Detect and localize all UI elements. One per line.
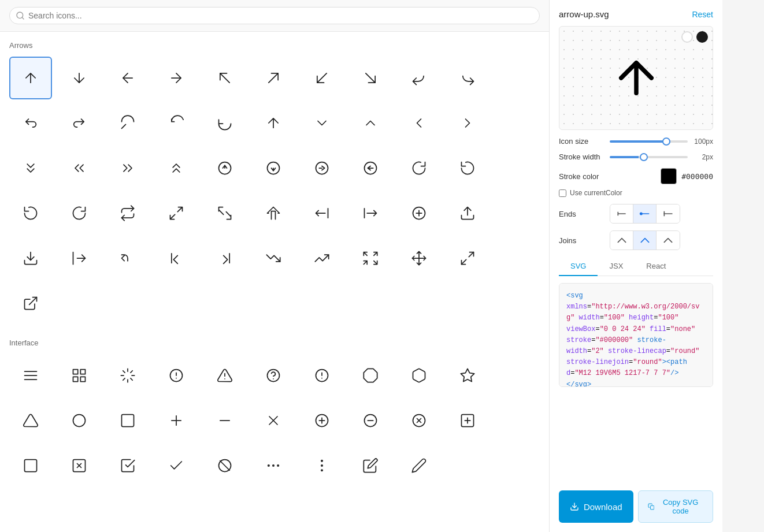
interface-icon-27[interactable] <box>349 444 392 487</box>
arrow-icon-40[interactable] <box>9 237 52 280</box>
arrow-icon-5[interactable] <box>252 57 295 99</box>
arrow-icon-2[interactable] <box>106 57 149 99</box>
interface-icon-6[interactable] <box>301 354 343 397</box>
arrow-icon-0[interactable] <box>9 57 52 99</box>
arrow-icon-23[interactable] <box>155 147 198 189</box>
interface-icon-22[interactable] <box>106 444 149 487</box>
interface-icon-1[interactable] <box>58 354 101 397</box>
arrow-icon-27[interactable] <box>349 147 392 189</box>
arrow-icon-43[interactable] <box>155 237 198 280</box>
interface-icon-9[interactable] <box>446 354 489 397</box>
interface-icon-5[interactable] <box>252 354 295 397</box>
arrow-icon-31[interactable] <box>58 192 101 235</box>
arrow-icon-7[interactable] <box>349 57 392 99</box>
interface-icon-7[interactable] <box>349 354 392 397</box>
arrow-icon-22[interactable] <box>106 147 149 189</box>
interface-icon-15[interactable] <box>252 399 295 442</box>
interface-icon-16[interactable] <box>301 399 343 442</box>
arrow-icon-29[interactable] <box>446 147 489 189</box>
joins-round-button[interactable] <box>633 231 657 250</box>
joins-bevel-button[interactable] <box>657 231 680 250</box>
interface-icon-3[interactable] <box>155 354 198 397</box>
arrow-icon-49[interactable] <box>446 237 489 280</box>
ends-square-button[interactable] <box>657 204 680 223</box>
arrow-icon-42[interactable] <box>106 237 149 280</box>
arrow-icon-24[interactable] <box>203 147 246 189</box>
arrow-icon-45[interactable] <box>252 237 295 280</box>
arrow-icon-38[interactable] <box>398 192 440 235</box>
arrow-icon-1[interactable] <box>58 57 101 99</box>
arrow-icon-13[interactable] <box>155 102 198 144</box>
arrow-icon-10[interactable] <box>9 102 52 144</box>
arrow-icon-19[interactable] <box>446 102 489 144</box>
arrow-icon-33[interactable] <box>155 192 198 235</box>
svg-point-33 <box>73 415 86 427</box>
tab-svg[interactable]: SVG <box>559 257 598 276</box>
icon-size-slider[interactable] <box>610 140 688 143</box>
ends-round-button[interactable] <box>633 204 657 223</box>
interface-icon-19[interactable] <box>446 399 489 442</box>
stroke-width-slider[interactable] <box>610 156 688 158</box>
interface-icon-2[interactable] <box>106 354 149 397</box>
arrow-icon-36[interactable] <box>301 192 343 235</box>
interface-icon-18[interactable] <box>398 399 440 442</box>
arrow-icon-47[interactable] <box>349 237 392 280</box>
interface-icon-8[interactable] <box>398 354 440 397</box>
arrow-icon-6[interactable] <box>301 57 343 99</box>
arrow-icon-25[interactable] <box>252 147 295 189</box>
interface-icon-25[interactable] <box>252 444 295 487</box>
interface-icon-14[interactable] <box>203 399 246 442</box>
interface-icon-12[interactable] <box>106 399 149 442</box>
arrow-icon-35[interactable] <box>252 192 295 235</box>
arrow-icon-11[interactable] <box>58 102 101 144</box>
arrow-icon-28[interactable] <box>398 147 440 189</box>
ends-butt-button[interactable] <box>610 204 633 223</box>
interface-icon-21[interactable] <box>58 444 101 487</box>
interface-icon-0[interactable] <box>9 354 52 397</box>
arrow-icon-50[interactable] <box>9 282 52 325</box>
arrow-icon-4[interactable] <box>203 57 246 99</box>
arrow-icon-21[interactable] <box>58 147 101 189</box>
tab-react[interactable]: React <box>635 257 677 276</box>
joins-miter-button[interactable] <box>610 231 633 250</box>
tab-jsx[interactable]: JSX <box>598 257 635 276</box>
interface-icon-11[interactable] <box>58 399 101 442</box>
arrow-icon-14[interactable] <box>203 102 246 144</box>
arrow-icon-26[interactable] <box>301 147 343 189</box>
interface-icon-28[interactable] <box>398 444 440 487</box>
arrow-icon-12[interactable] <box>106 102 149 144</box>
arrow-icon-34[interactable] <box>203 192 246 235</box>
arrow-icon-16[interactable] <box>301 102 343 144</box>
copy-svg-button[interactable]: Copy SVG code <box>638 490 714 523</box>
interface-icon-10[interactable] <box>9 399 52 442</box>
arrow-icon-39[interactable] <box>446 192 489 235</box>
arrow-icon-17[interactable] <box>349 102 392 144</box>
interface-icon-4[interactable] <box>203 354 246 397</box>
interface-icon-20[interactable] <box>9 444 52 487</box>
arrow-icon-46[interactable] <box>301 237 343 280</box>
interface-icon-17[interactable] <box>349 399 392 442</box>
dark-bg-button[interactable] <box>696 31 708 43</box>
use-current-color-checkbox[interactable] <box>559 189 566 197</box>
arrow-icon-44[interactable] <box>203 237 246 280</box>
arrow-icon-8[interactable] <box>398 57 440 99</box>
search-input[interactable] <box>9 7 540 24</box>
arrow-icon-48[interactable] <box>398 237 440 280</box>
arrow-icon-30[interactable] <box>9 192 52 235</box>
arrow-icon-20[interactable] <box>9 147 52 189</box>
download-button[interactable]: Download <box>559 490 633 523</box>
reset-button[interactable]: Reset <box>692 10 713 19</box>
interface-icon-13[interactable] <box>155 399 198 442</box>
arrow-icon-37[interactable] <box>349 192 392 235</box>
color-swatch[interactable] <box>661 168 677 184</box>
arrow-icon-9[interactable] <box>446 57 489 99</box>
interface-icon-26[interactable] <box>301 444 343 487</box>
arrow-icon-15[interactable] <box>252 102 295 144</box>
white-bg-button[interactable] <box>681 31 693 43</box>
interface-icon-23[interactable] <box>155 444 198 487</box>
arrow-icon-18[interactable] <box>398 102 440 144</box>
arrow-icon-3[interactable] <box>155 57 198 99</box>
arrow-icon-32[interactable] <box>106 192 149 235</box>
interface-icon-24[interactable] <box>203 444 246 487</box>
arrow-icon-41[interactable] <box>58 237 101 280</box>
